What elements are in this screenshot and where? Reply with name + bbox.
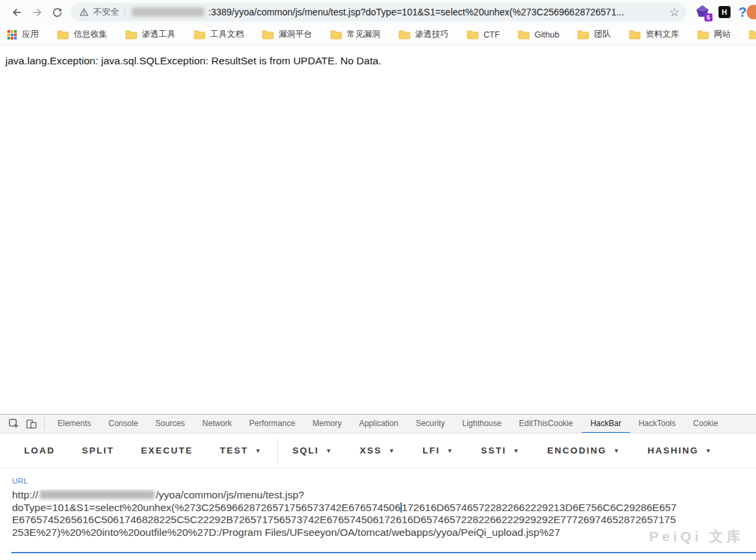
bookmark-label: 渗透工具 — [142, 29, 175, 40]
redacted-host — [40, 490, 155, 499]
lfi-menu-button[interactable]: LFI▼ — [423, 445, 454, 456]
bookmark-folder[interactable]: 编程 — [749, 29, 756, 40]
bookmark-folder[interactable]: 常见漏洞 — [330, 29, 380, 40]
tab-lighthouse[interactable]: Lighthouse — [453, 415, 510, 433]
reload-icon — [52, 7, 63, 18]
bookmark-label: 应用 — [22, 29, 39, 40]
hackbar-divider — [277, 437, 278, 464]
folder-icon — [467, 29, 479, 40]
tab-network[interactable]: Network — [194, 415, 240, 433]
tab-memory[interactable]: Memory — [304, 415, 350, 433]
hashing-menu-button[interactable]: HASHING▼ — [648, 445, 712, 456]
bookmark-folder[interactable]: 工具文档 — [194, 29, 244, 40]
page-content: java.lang.Exception: java.sql.SQLExcepti… — [0, 46, 756, 414]
bookmark-folder[interactable]: Github — [518, 29, 559, 40]
url-scheme: http:// — [12, 489, 38, 500]
bookmark-label: 资料文库 — [646, 29, 679, 40]
bookmark-folder[interactable]: 网站 — [697, 29, 731, 40]
forward-button[interactable] — [27, 2, 47, 22]
ssti-menu-button[interactable]: SSTI▼ — [481, 445, 520, 456]
tab-performance[interactable]: Performance — [240, 415, 304, 433]
sqli-label: SQLI — [293, 445, 319, 456]
bookmark-folder[interactable]: 渗透工具 — [125, 29, 175, 40]
url-line-3: E6765745265616C5061746828225C5C22292B726… — [12, 514, 756, 527]
bookmark-folder[interactable]: 漏洞平台 — [262, 29, 312, 40]
tab-sources[interactable]: Sources — [147, 415, 194, 433]
inspect-element-button[interactable] — [5, 415, 23, 433]
hackbar-url-panel: URL http:///yyoa/common/js/menu/test.jsp… — [0, 468, 756, 559]
tab-editthiscookie[interactable]: EditThisCookie — [510, 415, 582, 433]
bookmark-folder[interactable]: CTF — [467, 29, 500, 40]
bookmark-star-icon[interactable]: ☆ — [670, 5, 680, 19]
execute-label: EXECUTE — [141, 445, 194, 456]
sqli-menu-button[interactable]: SQLI▼ — [293, 445, 333, 456]
folder-icon — [262, 29, 274, 40]
bookmark-folder[interactable]: 资料文库 — [629, 29, 679, 40]
hackbar-toolbar: LOAD SPLIT EXECUTE TEST▼ SQLI▼ XSS▼ LFI▼… — [0, 433, 756, 468]
test-menu-button[interactable]: TEST▼ — [220, 445, 262, 456]
devtools-panel: Elements Console Sources Network Perform… — [0, 414, 756, 560]
redacted-host — [132, 7, 204, 17]
forward-icon — [31, 6, 44, 19]
tab-hackbar[interactable]: HackBar — [582, 415, 630, 433]
apps-grid-icon — [7, 29, 17, 40]
xss-label: XSS — [360, 445, 382, 456]
url-payload-a: doType=101&S1=select%20unhex(%273C256966… — [12, 502, 400, 513]
tab-cookie[interactable]: Cookie — [684, 415, 727, 433]
device-toolbar-button[interactable] — [23, 415, 40, 433]
execute-button[interactable]: EXECUTE — [141, 445, 194, 456]
url-line-2: doType=101&S1=select%20unhex(%273C256966… — [12, 502, 756, 514]
url-textarea[interactable]: http:///yyoa/common/js/menu/test.jsp? do… — [12, 489, 756, 539]
bookmark-label: 工具文档 — [210, 29, 244, 40]
chevron-down-icon: ▼ — [255, 447, 262, 454]
folder-icon — [398, 29, 410, 40]
bookmark-label: CTF — [483, 30, 500, 40]
textarea-focus-underline — [11, 552, 756, 553]
chevron-down-icon: ▼ — [613, 447, 621, 454]
tab-security[interactable]: Security — [407, 415, 453, 433]
folder-icon — [125, 29, 137, 40]
bookmark-label: 网站 — [714, 29, 731, 40]
omnibox-separator — [125, 7, 125, 17]
profile-avatar[interactable] — [747, 5, 756, 19]
device-toolbar-icon — [25, 418, 37, 430]
split-button[interactable]: SPLIT — [82, 445, 114, 456]
hackbar-extension-button[interactable]: H — [719, 6, 731, 18]
chevron-down-icon: ▼ — [705, 447, 712, 454]
tab-application[interactable]: Application — [350, 415, 407, 433]
back-icon — [11, 6, 23, 19]
reload-button[interactable] — [47, 2, 67, 22]
chevron-down-icon: ▼ — [388, 447, 396, 454]
address-bar[interactable]: 不安全 :3389/yyoa/common/js/menu/test.jsp?d… — [71, 3, 686, 21]
folder-icon — [697, 29, 709, 40]
bookmark-folder[interactable]: 信息收集 — [57, 29, 107, 40]
bookmark-label: 信息收集 — [74, 29, 107, 40]
folder-icon — [577, 29, 589, 40]
security-label: 不安全 — [93, 6, 119, 18]
tabbar-divider — [44, 418, 45, 430]
tab-console[interactable]: Console — [100, 415, 147, 433]
encoding-menu-button[interactable]: ENCODING▼ — [547, 445, 621, 456]
java-exception-text: java.lang.Exception: java.sql.SQLExcepti… — [0, 46, 756, 67]
url-payload-b: 172616D657465722822662229213D6E756C6C292… — [402, 502, 676, 513]
ssti-label: SSTI — [481, 445, 506, 456]
bookmark-label: 渗透技巧 — [415, 29, 449, 40]
extension-gem-button[interactable]: 5 — [696, 5, 710, 19]
load-button[interactable]: LOAD — [24, 445, 55, 456]
bookmark-folder[interactable]: 团队 — [577, 29, 611, 40]
back-button[interactable] — [7, 2, 27, 22]
bookmark-label: Github — [534, 30, 559, 40]
help-extension-button[interactable]: ? — [739, 5, 747, 20]
browser-toolbar: 不安全 :3389/yyoa/common/js/menu/test.jsp?d… — [0, 0, 756, 24]
chevron-down-icon: ▼ — [325, 447, 333, 454]
inspect-cursor-icon — [8, 418, 20, 430]
tab-elements[interactable]: Elements — [49, 415, 100, 433]
lfi-label: LFI — [423, 445, 440, 456]
address-url-text: :3389/yyoa/common/js/menu/test.jsp?doTyp… — [208, 7, 664, 17]
bookmark-folder[interactable]: 渗透技巧 — [398, 29, 449, 40]
xss-menu-button[interactable]: XSS▼ — [360, 445, 396, 456]
bookmark-apps[interactable]: 应用 — [7, 29, 39, 40]
tab-hacktools[interactable]: HackTools — [630, 415, 684, 433]
url-line-1: http:///yyoa/common/js/menu/test.jsp? — [12, 489, 756, 502]
url-field-label: URL — [12, 477, 756, 485]
